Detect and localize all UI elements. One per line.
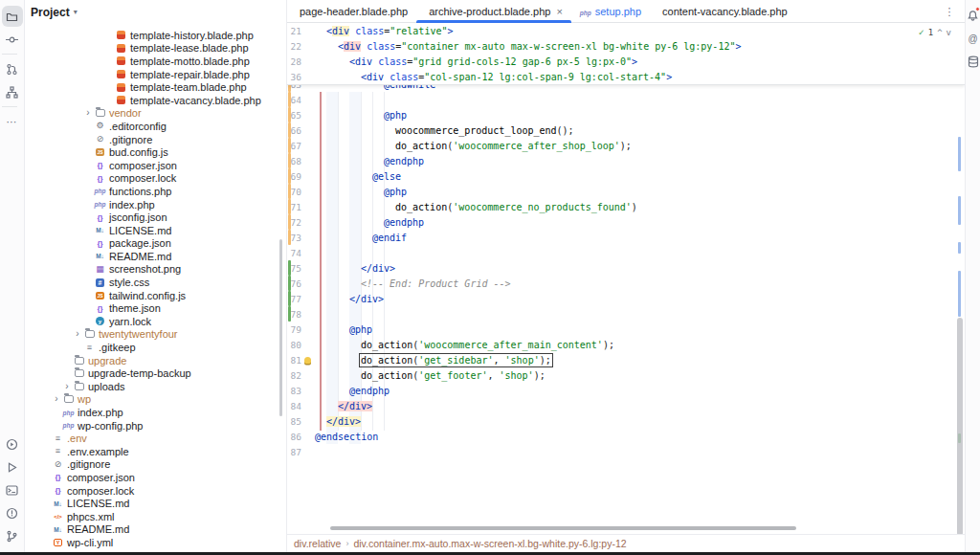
tree-item-phpcs-xml[interactable]: </>phpcs.xml — [25, 510, 286, 523]
code-line-36[interactable]: 36<div class="col-span-12 lg:col-span-9 … — [287, 69, 965, 84]
breadcrumb-item[interactable]: div.container.mx-auto.max-w-screen-xl.bg… — [353, 538, 626, 549]
scrollbar-thumb[interactable] — [957, 318, 963, 536]
ai-assistant-icon[interactable]: @ — [966, 29, 980, 48]
gutter[interactable]: 75 — [287, 260, 315, 276]
tree-item-jsconfig-json[interactable]: {}jsconfig.json — [25, 211, 286, 224]
editor-horizontal-scrollbar[interactable] — [330, 526, 796, 530]
intention-bulb-icon[interactable] — [304, 357, 311, 364]
tab-content-vacancy-blade-php[interactable]: content-vacancy.blade.php — [650, 0, 796, 22]
code-line-85[interactable]: 85</div> — [287, 413, 965, 429]
gutter[interactable]: 83 — [287, 383, 315, 398]
tree-item-screenshot-png[interactable]: ▦screenshot.png — [25, 263, 286, 277]
tree-item-wp-config-php[interactable]: phpwp-config.php — [25, 419, 286, 433]
code-line-70[interactable]: 70@php — [287, 184, 965, 199]
tree-item--env[interactable]: ≡.env — [25, 432, 286, 445]
tree-item-composer-json[interactable]: {}composer.json — [25, 471, 286, 484]
code-line-78[interactable]: 78 — [287, 306, 965, 322]
code-line-76[interactable]: 76<!-- End: Product Grid --> — [287, 276, 965, 291]
close-tab-icon[interactable]: × — [556, 6, 562, 17]
tree-item-template-motto-blade-php[interactable]: template-motto.blade.php — [25, 55, 286, 68]
tree-item-bud-config-js[interactable]: JSbud.config.js — [25, 145, 286, 159]
gutter[interactable]: 36 — [287, 69, 315, 84]
code-line-67[interactable]: 67do_action('woocommerce_after_shop_loop… — [287, 138, 965, 153]
code-line-72[interactable]: 72@endphp — [287, 214, 965, 230]
code-line-71[interactable]: 71do_action('woocommerce_no_products_fou… — [287, 199, 965, 214]
code-line-86[interactable]: 86@endsection — [287, 429, 965, 444]
gutter[interactable]: 74 — [287, 245, 315, 260]
tab-archive-product-blade-php[interactable]: archive-product.blade.php× — [416, 0, 571, 22]
gutter[interactable]: 72 — [287, 214, 315, 230]
gutter[interactable]: 81 — [287, 352, 315, 367]
tree-item-license-md[interactable]: M↓LICENSE.md — [25, 224, 286, 237]
tree-item-composer-lock[interactable]: {}composer.lock — [25, 484, 286, 498]
inspection-widget[interactable]: ✓1 ^ v — [919, 27, 951, 37]
gutter[interactable]: 66 — [287, 122, 315, 138]
tree-item--editorconfig[interactable]: ⚙.editorconfig — [25, 120, 286, 133]
tree-item--gitignore[interactable]: ⊘.gitignore — [25, 458, 286, 472]
code-line-21[interactable]: 21<div class="relative"> — [287, 23, 965, 38]
gutter[interactable]: 73 — [287, 230, 315, 245]
tree-item--gitkeep[interactable]: ≡.gitkeep — [25, 341, 286, 354]
tab-options-kebab-icon[interactable]: ⋮ — [942, 4, 957, 19]
gutter[interactable]: 68 — [287, 153, 315, 168]
project-tree-scrollbar[interactable] — [279, 239, 282, 416]
tree-item-template-team-blade-php[interactable]: template-team.blade.php — [25, 80, 286, 94]
tree-item-uploads[interactable]: ›uploads — [25, 380, 286, 393]
tree-item-template-history-blade-php[interactable]: template-history.blade.php — [25, 29, 286, 42]
git-branch-icon[interactable] — [2, 525, 23, 546]
gutter[interactable]: 67 — [287, 138, 315, 153]
tab-page-header-blade-php[interactable]: page-header.blade.php — [287, 0, 416, 22]
tree-item-wp-cli-yml[interactable]: Ywp-cli.yml — [25, 536, 286, 549]
tree-item-template-repair-blade-php[interactable]: template-repair.blade.php — [25, 68, 286, 81]
run-icon[interactable] — [2, 456, 23, 477]
code-line-81[interactable]: 81do_action('get_sidebar', 'shop'); — [287, 352, 965, 367]
gutter[interactable]: 22 — [287, 38, 315, 54]
tree-item-yarn-lock[interactable]: yyarn.lock — [25, 315, 286, 328]
code-line-66[interactable]: 66woocommerce_product_loop_end(); — [287, 122, 965, 138]
gutter[interactable]: 87 — [287, 444, 315, 459]
database-icon[interactable] — [966, 52, 980, 71]
code-line-82[interactable]: 82do_action('get_footer', 'shop'); — [287, 367, 965, 383]
tree-item-composer-json[interactable]: {}composer.json — [25, 159, 286, 172]
chevron-right-icon[interactable]: › — [61, 382, 73, 391]
notifications-icon[interactable] — [966, 6, 980, 25]
next-problem-icon[interactable]: v — [947, 28, 951, 37]
breadcrumb-item[interactable]: div.relative — [294, 538, 341, 549]
tree-item-readme-md[interactable]: M↓README.md — [25, 523, 286, 537]
terminal-icon[interactable] — [2, 479, 23, 500]
gutter[interactable]: 85 — [287, 413, 315, 429]
tree-item-template-vacancy-blade-php[interactable]: template-vacancy.blade.php — [25, 94, 286, 107]
tree-item-twentytwentyfour[interactable]: ›twentytwentyfour — [25, 328, 286, 342]
project-icon[interactable] — [2, 6, 23, 27]
tab-setup-php[interactable]: phpsetup.php — [571, 0, 650, 22]
chevron-right-icon[interactable]: › — [51, 394, 62, 404]
gutter[interactable]: 86 — [287, 429, 315, 444]
chevron-right-icon[interactable]: › — [72, 329, 83, 339]
code-line-69[interactable]: 69@else — [287, 168, 965, 184]
code-line-83[interactable]: 83@endphp — [287, 383, 965, 398]
code-line-64[interactable]: 64 — [287, 92, 965, 107]
code-line-74[interactable]: 74 — [287, 245, 965, 260]
gutter[interactable]: 79 — [287, 322, 315, 337]
gutter[interactable]: 65 — [287, 107, 315, 122]
tree-item--env-example[interactable]: ≡.env.example — [25, 445, 286, 458]
structure-icon[interactable] — [2, 81, 23, 102]
code-line-80[interactable]: 80do_action('woocommerce_after_main_cont… — [287, 337, 965, 352]
tree-item-index-php[interactable]: phpindex.php — [25, 406, 286, 419]
project-panel-header[interactable]: Project ▾ — [25, 0, 286, 24]
code-line-84[interactable]: 84</div> — [287, 398, 965, 413]
problems-icon[interactable] — [2, 502, 23, 523]
code-line-63[interactable]: 63@endwhile — [287, 85, 965, 92]
chevron-right-icon[interactable]: › — [82, 108, 94, 118]
tree-item-index-php[interactable]: phpindex.php — [25, 198, 286, 211]
code-line-28[interactable]: 28<div class="grid grid-cols-12 gap-6 px… — [287, 54, 965, 69]
tree-item-functions-php[interactable]: phpfunctions.php — [25, 185, 286, 198]
more-icon[interactable]: ⋯ — [2, 111, 23, 132]
code-line-75[interactable]: 75</div> — [287, 260, 965, 276]
tree-item-upgrade[interactable]: upgrade — [25, 354, 286, 367]
code-line-73[interactable]: 73@endif — [287, 230, 965, 245]
code-editor[interactable]: ✓1 ^ v 21<div class="relative">22<div cl… — [287, 23, 965, 528]
tree-item-style-css[interactable]: #style.css — [25, 276, 286, 289]
gutter[interactable]: 21 — [287, 23, 315, 38]
commit-icon[interactable] — [2, 29, 23, 50]
